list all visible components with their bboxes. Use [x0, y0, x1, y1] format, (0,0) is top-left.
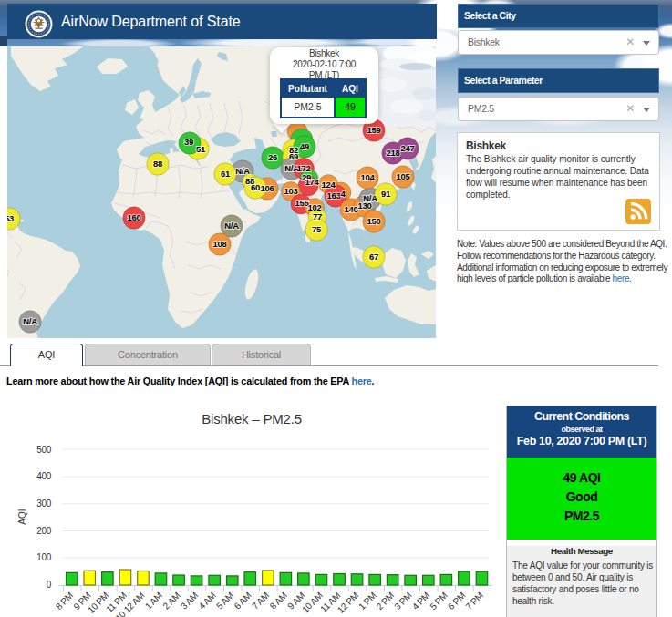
svg-text:124: 124	[322, 180, 336, 190]
svg-text:103: 103	[284, 186, 298, 196]
svg-text:88: 88	[153, 159, 162, 169]
svg-text:2 PM: 2 PM	[375, 591, 396, 612]
svg-text:3 PM: 3 PM	[392, 591, 413, 612]
svg-text:61: 61	[221, 169, 231, 179]
svg-text:N/A: N/A	[23, 316, 37, 326]
svg-text:2 AM: 2 AM	[160, 591, 181, 612]
svg-text:100: 100	[36, 552, 52, 562]
svg-text:4 PM: 4 PM	[410, 591, 431, 612]
svg-text:108: 108	[213, 239, 227, 249]
svg-text:400: 400	[36, 471, 52, 481]
svg-text:160: 160	[128, 212, 141, 222]
svg-text:26: 26	[268, 152, 277, 162]
svg-text:N/A: N/A	[363, 193, 377, 203]
svg-text:500: 500	[36, 445, 52, 455]
svg-text:N/A: N/A	[224, 221, 239, 231]
svg-text:91: 91	[381, 189, 391, 199]
svg-text:5 AM: 5 AM	[214, 591, 235, 612]
svg-text:200: 200	[36, 526, 52, 536]
svg-text:12 PM: 12 PM	[336, 591, 360, 615]
svg-text:106: 106	[261, 183, 274, 193]
svg-text:247: 247	[401, 143, 415, 153]
svg-text:140: 140	[345, 204, 358, 214]
svg-text:0: 0	[47, 580, 52, 590]
svg-text:7 PM: 7 PM	[463, 591, 484, 612]
svg-text:60: 60	[251, 182, 260, 192]
svg-text:6 AM: 6 AM	[233, 591, 253, 612]
svg-text:N/A: N/A	[235, 166, 250, 176]
svg-text:49: 49	[300, 141, 309, 151]
svg-text:300: 300	[36, 499, 52, 509]
svg-text:174: 174	[305, 177, 320, 187]
svg-text:4 AM: 4 AM	[197, 591, 218, 612]
svg-text:10 AM: 10 AM	[300, 591, 325, 615]
svg-text:51: 51	[196, 144, 206, 154]
svg-text:6 PM: 6 PM	[446, 591, 467, 612]
svg-text:Bishkek – PM2.5: Bishkek – PM2.5	[202, 411, 302, 427]
svg-text:1 AM: 1 AM	[143, 591, 164, 612]
svg-text:67: 67	[369, 252, 378, 262]
svg-text:69: 69	[289, 151, 298, 161]
svg-text:75: 75	[312, 224, 322, 234]
svg-text:AQI: AQI	[17, 509, 27, 524]
svg-text:5 PM: 5 PM	[428, 591, 449, 612]
svg-text:3 AM: 3 AM	[179, 591, 200, 612]
svg-text:104: 104	[361, 172, 376, 182]
svg-text:105: 105	[397, 171, 411, 181]
svg-text:77: 77	[313, 211, 322, 221]
svg-text:218: 218	[387, 148, 400, 158]
svg-text:159: 159	[367, 125, 381, 135]
svg-text:150: 150	[367, 216, 381, 226]
svg-text:8 AM: 8 AM	[268, 591, 289, 612]
svg-text:39: 39	[184, 137, 193, 147]
svg-text:8 PM: 8 PM	[54, 591, 75, 612]
svg-text:7 AM: 7 AM	[250, 591, 271, 612]
svg-text:1 PM: 1 PM	[357, 591, 377, 612]
svg-text:163: 163	[327, 190, 341, 201]
